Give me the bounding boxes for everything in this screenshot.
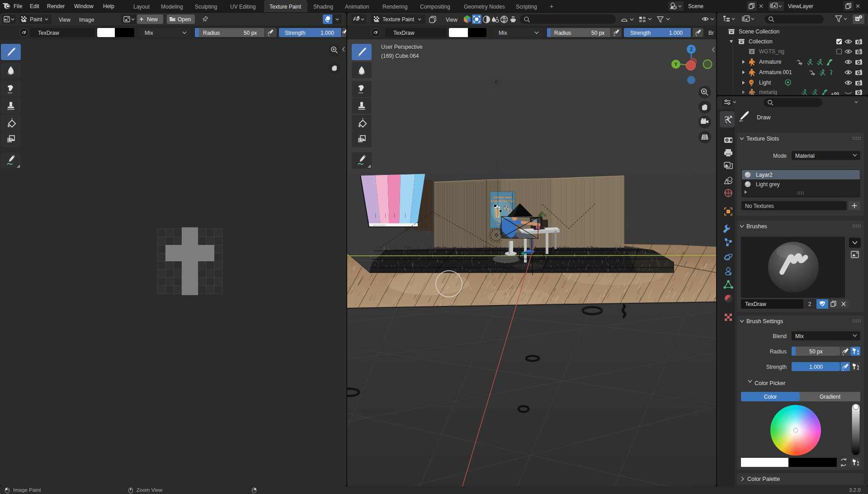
svg-text:+99: +99 — [831, 91, 839, 95]
svg-text:Paint: Paint — [30, 16, 42, 23]
svg-text:Y: Y — [674, 61, 678, 67]
svg-text:Color: Color — [764, 394, 777, 400]
svg-text:Armature: Armature — [759, 59, 782, 65]
svg-text:Gradient: Gradient — [820, 394, 841, 400]
svg-text:No Textures: No Textures — [745, 203, 774, 209]
svg-text:Strength: Strength — [766, 364, 787, 370]
svg-text:Color Palette: Color Palette — [747, 476, 780, 482]
svg-text:Z: Z — [690, 47, 693, 52]
svg-text:Draw: Draw — [757, 114, 771, 121]
svg-text:Color Picker: Color Picker — [755, 380, 785, 386]
svg-text:Scene Collection: Scene Collection — [739, 28, 779, 35]
svg-text:Collection: Collection — [749, 38, 773, 45]
svg-text:50 px: 50 px — [809, 348, 822, 355]
svg-text:Blend: Blend — [773, 333, 787, 339]
svg-text:Open: Open — [178, 16, 191, 23]
svg-text:Armature.001: Armature.001 — [759, 69, 792, 75]
svg-text:WGTS_rig: WGTS_rig — [759, 48, 784, 55]
svg-text:Mode: Mode — [773, 153, 787, 159]
svg-text:THE HOLIDAYS: THE HOLIDAYS — [373, 224, 386, 226]
svg-text:Layar2: Layar2 — [756, 172, 773, 178]
svg-text:metarig: metarig — [759, 89, 777, 95]
svg-text:1.000: 1.000 — [809, 364, 823, 370]
svg-text:Brushes: Brushes — [746, 223, 767, 230]
svg-text:Brush Settings: Brush Settings — [746, 318, 783, 325]
svg-text:Light: Light — [759, 80, 771, 86]
svg-text:Texture Paint: Texture Paint — [382, 16, 415, 23]
svg-text:Mix: Mix — [795, 333, 804, 339]
svg-text:Light grey: Light grey — [756, 181, 780, 188]
svg-text:CINEMA WAS: CINEMA WAS — [493, 196, 511, 199]
svg-text:Material: Material — [795, 153, 815, 159]
svg-text:BORN AT THE FAIR: BORN AT THE FAIR — [491, 200, 514, 202]
svg-text:Texture Slots: Texture Slots — [746, 136, 779, 142]
svg-text:New: New — [147, 16, 158, 23]
svg-text:TexDraw: TexDraw — [745, 301, 766, 307]
svg-text:Radius: Radius — [770, 348, 787, 355]
svg-text:2: 2 — [808, 301, 811, 307]
